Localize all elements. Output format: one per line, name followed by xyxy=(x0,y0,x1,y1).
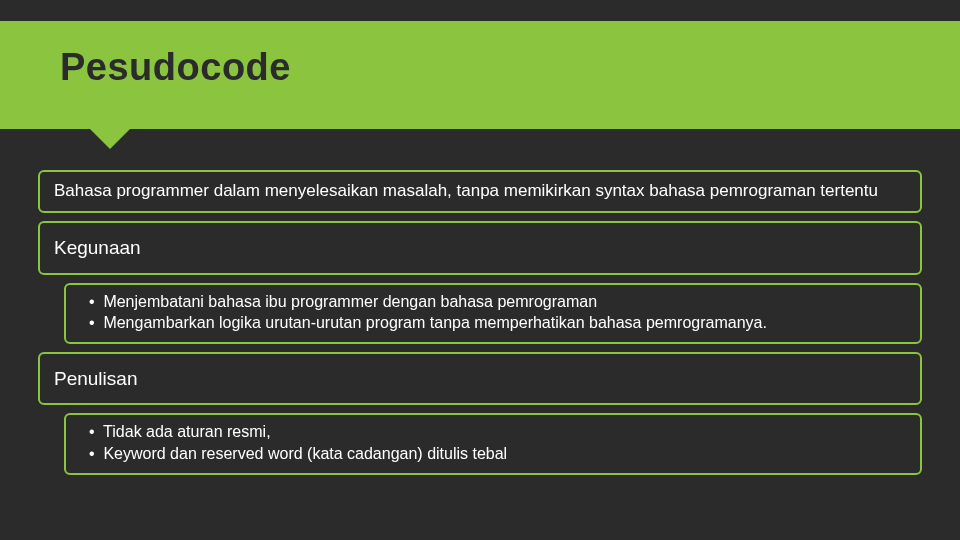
section-label: Penulisan xyxy=(54,368,137,389)
bullet-text: Tidak ada aturan resmi, xyxy=(103,423,270,440)
intro-panel: Bahasa programmer dalam menyelesaikan ma… xyxy=(38,170,922,213)
bullet-text: Menjembatani bahasa ibu programmer denga… xyxy=(103,293,597,310)
bullet-item: • Menjembatani bahasa ibu programmer den… xyxy=(80,291,906,313)
bullet-item: • Tidak ada aturan resmi, xyxy=(80,421,906,443)
header-notch xyxy=(90,129,130,149)
section-penulisan: Penulisan xyxy=(38,352,922,406)
section-kegunaan: Kegunaan xyxy=(38,221,922,275)
slide-title: Pesudocode xyxy=(60,46,291,89)
kegunaan-bullets: • Menjembatani bahasa ibu programmer den… xyxy=(64,283,922,344)
bullet-text: Mengambarkan logika urutan-urutan progra… xyxy=(103,314,766,331)
content-area: Bahasa programmer dalam menyelesaikan ma… xyxy=(38,170,922,483)
slide: Pesudocode Bahasa programmer dalam menye… xyxy=(0,0,960,540)
intro-text: Bahasa programmer dalam menyelesaikan ma… xyxy=(54,181,878,200)
bullet-text: Keyword dan reserved word (kata cadangan… xyxy=(103,445,507,462)
bullet-item: • Mengambarkan logika urutan-urutan prog… xyxy=(80,312,906,334)
section-label: Kegunaan xyxy=(54,237,141,258)
bullet-item: • Keyword dan reserved word (kata cadang… xyxy=(80,443,906,465)
penulisan-bullets: • Tidak ada aturan resmi, • Keyword dan … xyxy=(64,413,922,474)
